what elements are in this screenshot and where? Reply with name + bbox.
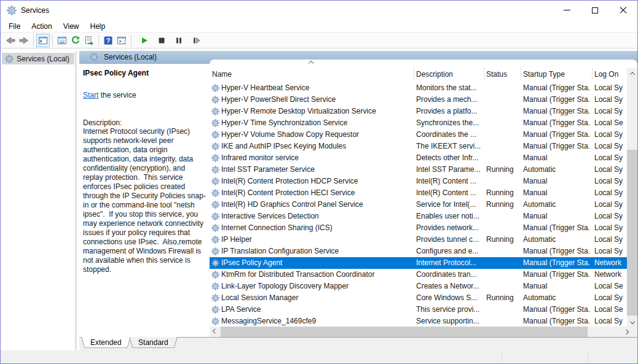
pause-service-button[interactable] bbox=[172, 34, 186, 47]
cell-status: Running bbox=[486, 164, 519, 176]
cell-log-on: Local Sy bbox=[594, 176, 627, 187]
scroll-left-button[interactable] bbox=[210, 327, 220, 337]
export-list-button[interactable] bbox=[82, 34, 96, 47]
service-gear-icon bbox=[211, 96, 219, 104]
column-header-log-on[interactable]: Log On bbox=[594, 69, 626, 79]
forward-button[interactable] bbox=[17, 34, 31, 47]
cell-status bbox=[486, 304, 519, 316]
menu-view[interactable]: View bbox=[58, 20, 85, 33]
cell-log-on: Local Sy bbox=[594, 94, 627, 106]
title-bar[interactable]: Services bbox=[1, 1, 637, 20]
cell-startup-type: Manual (Trigger Sta... bbox=[523, 117, 591, 129]
cell-status bbox=[486, 106, 519, 117]
service-gear-icon bbox=[211, 247, 219, 255]
menu-file[interactable]: File bbox=[3, 20, 26, 33]
service-row[interactable]: MessagingService_1469cfe9 Service suppor… bbox=[210, 316, 627, 327]
help-button[interactable]: ? bbox=[101, 34, 115, 47]
export-list-icon bbox=[84, 36, 94, 45]
cell-status bbox=[486, 269, 519, 281]
cell-startup-type: Manual (Trigger Sta... bbox=[523, 129, 591, 141]
cell-log-on: Network bbox=[594, 257, 627, 269]
cell-startup-type: Automatic bbox=[523, 234, 591, 246]
service-row[interactable]: LPA Service This service provi... Manual… bbox=[210, 304, 627, 316]
cell-log-on: Local Sy bbox=[594, 141, 627, 152]
service-row[interactable]: Intel(R) HD Graphics Control Panel Servi… bbox=[210, 199, 627, 211]
menu-action[interactable]: Action bbox=[26, 20, 57, 33]
service-gear-icon bbox=[211, 224, 219, 232]
service-row[interactable]: IP Translation Configuration Service Con… bbox=[210, 246, 627, 257]
column-header-name[interactable]: Name bbox=[212, 69, 403, 79]
scroll-right-button[interactable] bbox=[621, 327, 631, 337]
service-row[interactable]: Intel SST Parameter Service Intel SST Pa… bbox=[210, 164, 627, 176]
close-button[interactable] bbox=[609, 1, 637, 20]
content-header-title: Services (Local) bbox=[104, 53, 157, 61]
service-row[interactable]: Hyper-V Remote Desktop Virtualization Se… bbox=[210, 106, 627, 117]
restart-service-button[interactable] bbox=[189, 34, 203, 47]
back-icon bbox=[6, 36, 15, 45]
service-row[interactable]: KtmRm for Distributed Transaction Coordi… bbox=[210, 269, 627, 281]
service-row[interactable]: Hyper-V PowerShell Direct Service Provid… bbox=[210, 94, 627, 106]
column-header-startup-type[interactable]: Startup Type bbox=[523, 69, 590, 79]
cell-startup-type: Automatic bbox=[523, 292, 591, 304]
column-header-status[interactable]: Status bbox=[486, 69, 519, 79]
scroll-up-button[interactable] bbox=[627, 68, 637, 79]
service-row[interactable]: Internet Connection Sharing (ICS) Provid… bbox=[210, 222, 627, 234]
toolbar-separator bbox=[131, 34, 132, 47]
service-row[interactable]: Infrared monitor service Detects other I… bbox=[210, 152, 627, 164]
cell-status bbox=[486, 152, 519, 164]
cell-startup-type: Manual bbox=[523, 187, 591, 199]
tab-standard[interactable]: Standard bbox=[129, 337, 178, 350]
pause-service-icon bbox=[174, 36, 184, 45]
start-service-button[interactable] bbox=[138, 34, 151, 47]
start-service-link[interactable]: Start bbox=[83, 91, 98, 99]
show-action-pane-button[interactable] bbox=[115, 34, 128, 47]
column-separator[interactable] bbox=[414, 68, 414, 80]
service-row[interactable]: Hyper-V Volume Shadow Copy Requestor Coo… bbox=[210, 129, 627, 141]
tree-item-services-local[interactable]: Services (Local) bbox=[2, 53, 74, 64]
service-row[interactable]: Interactive Services Detection Enables u… bbox=[210, 211, 627, 222]
cell-startup-type: Manual bbox=[523, 281, 591, 292]
service-row[interactable]: Local Session Manager Core Windows S... … bbox=[210, 292, 627, 304]
cell-description: Service supportin... bbox=[416, 316, 482, 327]
tab-extended[interactable]: Extended bbox=[81, 337, 131, 350]
horizontal-scroll-thumb[interactable] bbox=[221, 327, 588, 337]
tab-extended-label: Extended bbox=[90, 338, 122, 347]
cell-description: Detects other Infr... bbox=[416, 152, 482, 164]
forward-icon bbox=[19, 36, 29, 45]
menu-help[interactable]: Help bbox=[85, 20, 111, 33]
service-row[interactable]: IP Helper Provides tunnel c... Running A… bbox=[210, 234, 627, 246]
services-list-panel: Name Description Status Startup Type Log… bbox=[210, 60, 637, 337]
service-row[interactable]: Link-Layer Topology Discovery Mapper Cre… bbox=[210, 281, 627, 292]
service-row[interactable]: Hyper-V Heartbeat Service Monitors the s… bbox=[210, 82, 627, 94]
column-separator[interactable] bbox=[521, 68, 521, 80]
cell-description: Provides network... bbox=[416, 222, 482, 234]
service-row[interactable]: Intel(R) Content Protection HECI Service… bbox=[210, 187, 627, 199]
cell-log-on: Local Sy bbox=[594, 246, 627, 257]
show-console-tree-button[interactable] bbox=[36, 34, 50, 47]
vertical-scroll-thumb[interactable] bbox=[627, 150, 637, 316]
cell-description: The IKEEXT servi... bbox=[416, 141, 482, 152]
minimize-button[interactable] bbox=[553, 1, 581, 20]
back-button[interactable] bbox=[4, 34, 17, 47]
window-title: Services bbox=[21, 6, 49, 15]
cell-log-on: Local Sy bbox=[594, 106, 627, 117]
scroll-down-button[interactable] bbox=[627, 316, 637, 327]
vertical-scrollbar[interactable] bbox=[627, 68, 637, 327]
stop-service-icon bbox=[157, 36, 167, 45]
stop-service-button[interactable] bbox=[155, 34, 168, 47]
service-row[interactable]: IPsec Policy Agent Internet Protocol... … bbox=[210, 257, 627, 269]
horizontal-scrollbar[interactable] bbox=[210, 327, 631, 337]
cell-service-name: Hyper-V Heartbeat Service bbox=[221, 82, 413, 94]
column-separator[interactable] bbox=[484, 68, 484, 80]
column-separator[interactable] bbox=[592, 68, 593, 80]
service-row[interactable]: Intel(R) Content Protection HDCP Service… bbox=[210, 176, 627, 187]
cell-description: This service provi... bbox=[416, 304, 482, 316]
maximize-button[interactable] bbox=[581, 1, 609, 20]
refresh-button[interactable] bbox=[69, 34, 82, 47]
service-row[interactable]: Hyper-V Time Synchronization Service Syn… bbox=[210, 117, 627, 129]
service-row[interactable]: IKE and AuthIP IPsec Keying Modules The … bbox=[210, 141, 627, 152]
column-header-description[interactable]: Description bbox=[416, 69, 482, 79]
properties-button[interactable] bbox=[55, 34, 69, 47]
start-line-suffix: the service bbox=[98, 91, 136, 99]
cell-status: Running bbox=[486, 199, 519, 211]
